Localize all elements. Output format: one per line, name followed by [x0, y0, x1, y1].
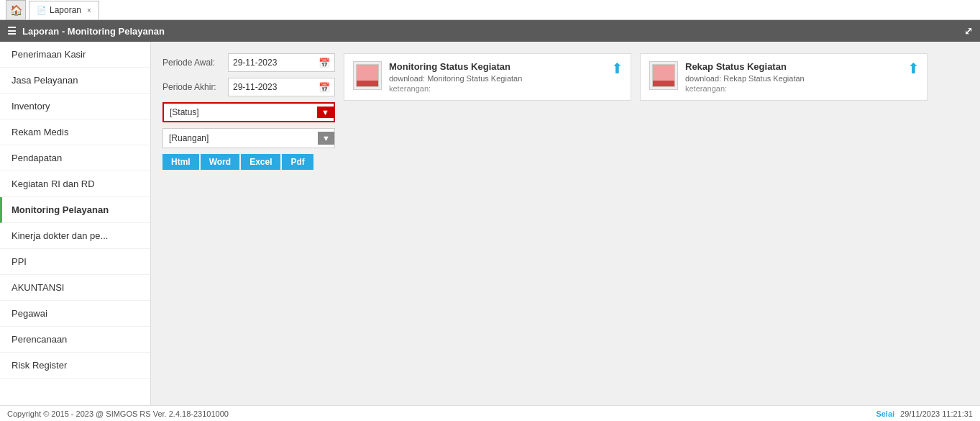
tab-close-button[interactable]: × [87, 6, 91, 14]
ruangan-dropdown-wrapper: [Ruangan] ▼ [162, 128, 335, 148]
status-dropdown-arrow[interactable]: ▼ [317, 107, 334, 118]
tab-file-icon: 📄 [37, 6, 47, 15]
sidebar-label: Perencanaan [12, 334, 67, 345]
periode-akhir-value: 29-11-2023 [233, 82, 277, 92]
card-keterangan-2: keterangan: [685, 84, 918, 93]
sidebar-label: AKUNTANSI [12, 282, 64, 293]
card-title-1: Monitoring Status Kegiatan [389, 61, 622, 72]
title-bar: ☰ Laporan - Monitoring Pelayanan ⤢ [0, 20, 980, 42]
card-keterangan-1: keterangan: [389, 84, 622, 93]
sidebar-item-pegawai[interactable]: Pegawai [0, 301, 150, 327]
sidebar-item-kegiatan-ri-rd[interactable]: Kegiatan RI dan RD [0, 171, 150, 197]
export-buttons: Html Word Excel Pdf [162, 154, 335, 170]
sidebar-item-monitoring-pelayanan[interactable]: Monitoring Pelayanan [0, 197, 150, 223]
tab-label: Laporan [50, 5, 81, 15]
ruangan-dropdown-value: [Ruangan] [169, 133, 209, 143]
home-button[interactable]: 🏠 [6, 0, 26, 20]
card-download-1: download: Monitoring Status Kegiatan [389, 74, 622, 83]
pdf-button[interactable]: Pdf [282, 154, 313, 170]
brand-label: Selai [876, 409, 894, 418]
sidebar-label: Risk Register [12, 360, 67, 371]
sidebar-label: Pegawai [12, 308, 47, 319]
periode-awal-row: Periode Awal: 29-11-2023 📅 [162, 53, 335, 72]
card-content-2: Rekap Status Kegiatan download: Rekap St… [685, 61, 918, 93]
page-title: Laporan - Monitoring Pelayanan [22, 26, 165, 37]
html-button[interactable]: Html [162, 154, 199, 170]
sidebar-label: Pendapatan [12, 153, 62, 163]
laporan-tab[interactable]: 📄 Laporan × [29, 1, 99, 19]
periode-akhir-label: Periode Akhir: [162, 82, 224, 92]
sidebar-item-risk-register[interactable]: Risk Register [0, 353, 150, 379]
status-dropdown-wrapper: [Status] ▼ [162, 102, 335, 122]
excel-button[interactable]: Excel [241, 154, 280, 170]
sidebar-item-jasa-pelayanan[interactable]: Jasa Pelayanan [0, 68, 150, 94]
report-card-monitoring: Monitoring Status Kegiatan download: Mon… [344, 53, 631, 101]
card-title-2: Rekap Status Kegiatan [685, 61, 918, 72]
ruangan-dropdown-arrow[interactable]: ▼ [318, 132, 334, 145]
sidebar-item-rekam-medis[interactable]: Rekam Medis [0, 119, 150, 145]
expand-icon[interactable]: ⤢ [964, 25, 973, 37]
sidebar-label: Jasa Pelayanan [12, 75, 78, 86]
calendar-icon-akhir[interactable]: 📅 [319, 82, 330, 93]
sidebar-item-akuntansi[interactable]: AKUNTANSI [0, 275, 150, 301]
card-download-2: download: Rekap Status Kegiatan [685, 74, 918, 83]
report-cards: Monitoring Status Kegiatan download: Mon… [344, 53, 968, 101]
status-dropdown-value: [Status] [170, 107, 199, 117]
sidebar-label: Kinerja dokter dan pe... [12, 230, 108, 241]
sidebar-item-inventory[interactable]: Inventory [0, 94, 150, 119]
copyright-text: Copyright © 2015 - 2023 @ SIMGOS RS Ver.… [7, 409, 229, 418]
hamburger-icon[interactable]: ☰ [7, 25, 17, 37]
sidebar: Penerimaan Kasir Jasa Pelayanan Inventor… [0, 42, 151, 405]
report-card-rekap: Rekap Status Kegiatan download: Rekap St… [640, 53, 928, 101]
sidebar-label: Rekam Medis [12, 127, 68, 137]
sidebar-label: Monitoring Pelayanan [12, 204, 109, 215]
sidebar-item-pendapatan[interactable]: Pendapatan [0, 145, 150, 171]
ruangan-dropdown[interactable]: [Ruangan] ▼ [162, 128, 335, 148]
periode-akhir-input[interactable]: 29-11-2023 📅 [228, 78, 335, 96]
filter-panel: Periode Awal: 29-11-2023 📅 Periode Akhir… [162, 53, 335, 170]
status-dropdown[interactable]: [Status] ▼ [162, 102, 335, 122]
sidebar-label: Penerimaan Kasir [12, 49, 86, 60]
card-thumb-2 [649, 61, 678, 90]
sidebar-item-perencanaan[interactable]: Perencanaan [0, 327, 150, 353]
periode-akhir-row: Periode Akhir: 29-11-2023 📅 [162, 78, 335, 96]
footer: Copyright © 2015 - 2023 @ SIMGOS RS Ver.… [0, 405, 980, 421]
sidebar-label: Inventory [12, 101, 50, 112]
upload-icon-1[interactable]: ⬆ [611, 60, 623, 77]
word-button[interactable]: Word [201, 154, 239, 170]
sidebar-label: Kegiatan RI dan RD [12, 178, 95, 189]
sidebar-item-ppi[interactable]: PPI [0, 249, 150, 275]
periode-awal-input[interactable]: 29-11-2023 📅 [228, 53, 335, 72]
content-area: Periode Awal: 29-11-2023 📅 Periode Akhir… [151, 42, 980, 405]
periode-awal-label: Periode Awal: [162, 58, 224, 68]
card-thumb-1 [353, 61, 382, 90]
datetime-label: 29/11/2023 11:21:31 [900, 409, 973, 418]
periode-awal-value: 29-11-2023 [233, 58, 277, 68]
footer-right: Selai 29/11/2023 11:21:31 [876, 409, 973, 418]
sidebar-item-penerimaan-kasir[interactable]: Penerimaan Kasir [0, 42, 150, 68]
upload-icon-2[interactable]: ⬆ [907, 60, 920, 77]
sidebar-label: PPI [12, 256, 27, 267]
card-content-1: Monitoring Status Kegiatan download: Mon… [389, 61, 622, 93]
sidebar-item-kinerja-dokter[interactable]: Kinerja dokter dan pe... [0, 223, 150, 249]
calendar-icon-awal[interactable]: 📅 [319, 58, 330, 68]
top-bar: 🏠 📄 Laporan × [0, 0, 980, 20]
main-layout: Penerimaan Kasir Jasa Pelayanan Inventor… [0, 42, 980, 405]
